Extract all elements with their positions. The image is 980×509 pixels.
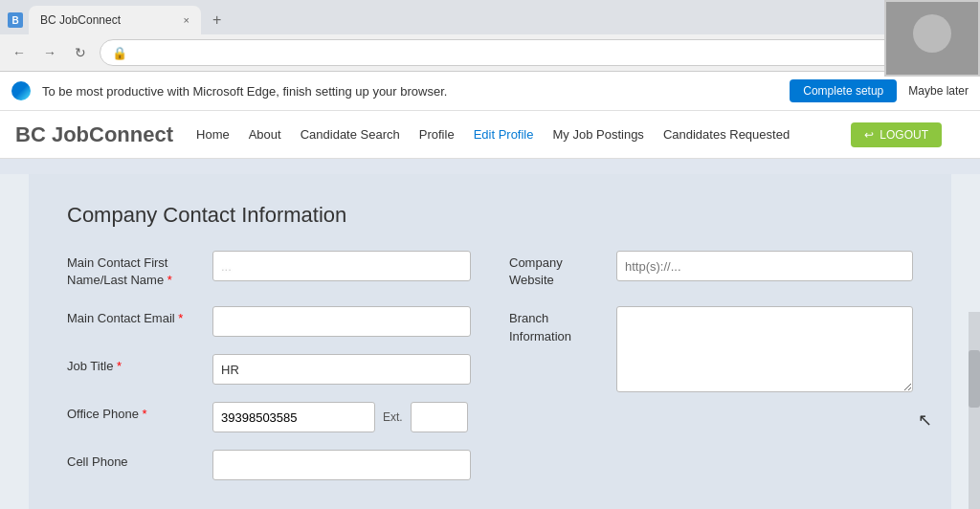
email-label: Main Contact Email * xyxy=(67,306,201,327)
nav-home[interactable]: Home xyxy=(196,127,230,142)
cell-phone-row: Cell Phone xyxy=(67,450,471,480)
logout-label: LOGOUT xyxy=(880,128,928,142)
forward-button[interactable]: → xyxy=(38,41,61,64)
scrollbar-track[interactable] xyxy=(969,312,980,509)
nav-profile[interactable]: Profile xyxy=(419,127,455,142)
cell-phone-label: Cell Phone xyxy=(67,450,201,471)
nav-about[interactable]: About xyxy=(249,127,281,142)
url-bar[interactable]: 🔒 xyxy=(100,39,928,66)
address-bar-row: ← → ↻ 🔒 👤 ☆ xyxy=(0,34,980,71)
nav-edit-profile[interactable]: Edit Profile xyxy=(474,127,534,142)
logo-jobconnect: JobConnect xyxy=(52,122,173,146)
app-navbar: BC JobConnect Home About Candidate Searc… xyxy=(0,111,980,159)
branch-info-row: Branch Information xyxy=(509,306,913,392)
company-website-row: Company Website xyxy=(509,251,913,289)
phone-row: Ext. xyxy=(212,402,471,432)
edge-info-bar: To be most productive with Microsoft Edg… xyxy=(0,72,980,111)
logout-arrow-icon: ↩ xyxy=(864,128,874,142)
nav-candidate-search[interactable]: Candidate Search xyxy=(301,127,400,142)
job-title-input[interactable] xyxy=(212,354,471,385)
tab-close-button[interactable]: × xyxy=(184,14,189,26)
nav-links: Home About Candidate Search Profile Edit… xyxy=(196,127,790,142)
cell-phone-input[interactable] xyxy=(212,450,471,480)
edge-logo-icon xyxy=(11,81,31,100)
office-phone-label: Office Phone * xyxy=(67,402,201,423)
job-title-required: * xyxy=(117,359,122,373)
branch-info-textarea[interactable] xyxy=(616,306,913,392)
job-title-label: Job Title * xyxy=(67,354,201,375)
section-title: Company Contact Information xyxy=(67,203,913,228)
ext-label: Ext. xyxy=(383,410,403,424)
ext-input[interactable] xyxy=(411,402,468,432)
app-logo: BC JobConnect xyxy=(15,122,173,147)
job-title-row: Job Title * xyxy=(67,354,471,385)
webcam-person xyxy=(886,2,978,75)
main-contact-row: Main Contact First Name/Last Name * xyxy=(67,251,471,289)
refresh-button[interactable]: ↻ xyxy=(69,41,92,64)
lock-icon: 🔒 xyxy=(112,46,127,60)
back-button[interactable]: ← xyxy=(8,41,31,64)
scrollbar-thumb[interactable] xyxy=(969,350,980,408)
content-inner: Company Contact Information Main Contact… xyxy=(29,174,951,509)
branch-info-label: Branch Information xyxy=(509,306,605,344)
form-left: Main Contact First Name/Last Name * Main… xyxy=(67,251,471,498)
new-tab-button[interactable]: + xyxy=(205,11,229,29)
company-website-input[interactable] xyxy=(616,251,913,281)
complete-setup-button[interactable]: Complete setup xyxy=(790,79,897,102)
logo-bc: BC xyxy=(15,122,52,146)
office-phone-input[interactable] xyxy=(212,402,375,432)
tab-title: BC JobConnect xyxy=(40,13,121,27)
edge-info-text: To be most productive with Microsoft Edg… xyxy=(42,84,778,99)
email-required: * xyxy=(178,311,183,325)
form-grid: Main Contact First Name/Last Name * Main… xyxy=(67,251,913,498)
main-contact-label: Main Contact First Name/Last Name * xyxy=(67,251,201,289)
logout-button[interactable]: ↩ LOGOUT xyxy=(851,122,942,147)
nav-my-job-postings[interactable]: My Job Postings xyxy=(553,127,644,142)
maybe-later-button[interactable]: Maybe later xyxy=(908,84,969,98)
office-phone-row: Office Phone * Ext. xyxy=(67,402,471,432)
browser-chrome: B BC JobConnect × + ← → ↻ 🔒 👤 ☆ xyxy=(0,0,980,72)
company-website-label: Company Website xyxy=(509,251,605,289)
nav-candidates-requested[interactable]: Candidates Requested xyxy=(663,127,790,142)
form-right: Company Website Branch Information xyxy=(509,251,913,498)
webcam-overlay xyxy=(884,0,980,77)
main-content: Company Contact Information Main Contact… xyxy=(0,159,980,509)
main-contact-input[interactable] xyxy=(212,251,471,281)
email-row: Main Contact Email * xyxy=(67,306,471,337)
active-tab[interactable]: BC JobConnect × xyxy=(29,6,201,34)
tab-favicon: B xyxy=(8,12,23,28)
main-contact-required: * xyxy=(167,273,172,287)
tab-bar: B BC JobConnect × + xyxy=(0,0,980,34)
office-phone-required: * xyxy=(143,407,147,421)
email-input[interactable] xyxy=(212,306,471,337)
